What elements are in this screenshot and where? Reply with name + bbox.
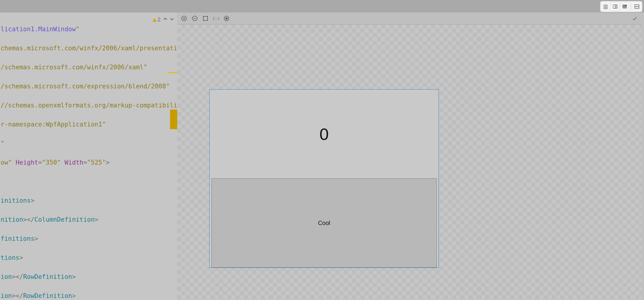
designer-pane: 1:1 0 Cool (177, 12, 642, 300)
zoom-out-button[interactable] (191, 15, 199, 22)
prev-highlight-button[interactable] (163, 17, 168, 23)
svg-point-10 (623, 6, 624, 7)
separator (631, 3, 631, 10)
view-mode-toggle (600, 1, 642, 12)
preview-window[interactable]: 0 Cool (209, 89, 439, 268)
preview-label-cell[interactable]: 0 (210, 90, 439, 178)
preview-button[interactable]: Cool (211, 178, 437, 268)
right-gutter (642, 12, 644, 300)
designer-toolbar: 1:1 (177, 12, 642, 24)
view-editor-only-button[interactable] (601, 2, 610, 11)
zoom-in-button[interactable] (180, 15, 188, 22)
title-bar (0, 0, 644, 12)
svg-marker-13 (153, 18, 157, 22)
preview-button-text: Cool (318, 220, 330, 226)
view-preview-only-button[interactable] (621, 2, 629, 11)
warnings-indicator[interactable]: 2 (152, 17, 161, 23)
code-area[interactable]: lication1.MainWindow" chemas.microsoft.c… (0, 15, 177, 300)
next-highlight-button[interactable] (169, 17, 174, 23)
zoom-actual-size-button[interactable]: 1:1 (212, 15, 220, 22)
inspections-widget: 2 (152, 17, 174, 23)
svg-rect-19 (203, 16, 208, 21)
zoom-fit-button[interactable] (202, 15, 209, 22)
view-editor-and-preview-button[interactable] (611, 2, 619, 11)
preview-label-text: 0 (319, 124, 329, 144)
designer-status-ok-icon (631, 15, 639, 22)
main-area: 2 lication1.MainWindow" chemas.microsoft… (0, 12, 644, 300)
view-split-horizontal-button[interactable] (633, 2, 641, 11)
code-editor-pane[interactable]: 2 lication1.MainWindow" chemas.microsoft… (0, 12, 177, 300)
zoom-expand-button[interactable] (223, 15, 230, 22)
warning-count: 2 (158, 17, 161, 23)
designer-canvas[interactable]: 0 Cool (177, 24, 642, 300)
